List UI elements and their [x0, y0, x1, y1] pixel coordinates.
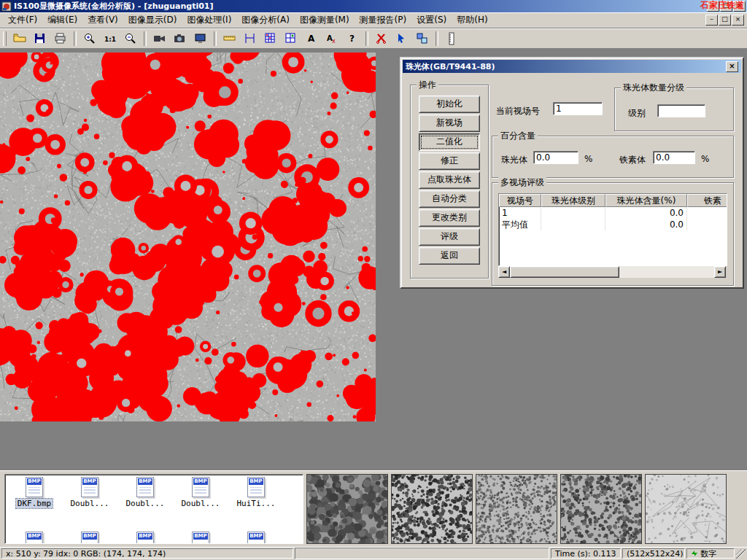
- file-name: Doubl...: [69, 499, 111, 508]
- menu-view[interactable]: 查看(V): [82, 12, 123, 28]
- initialize-button[interactable]: 初始化: [419, 96, 480, 113]
- menu-image-measure[interactable]: 图像测量(M): [295, 12, 355, 28]
- open-icon[interactable]: [10, 30, 29, 48]
- file-item-partial[interactable]: BMP: [62, 532, 117, 544]
- cell-field: 平均值: [499, 219, 541, 230]
- dialog-close-icon[interactable]: ×: [726, 61, 738, 72]
- thumbnail-image[interactable]: [476, 474, 557, 544]
- bmp-file-icon: BMP: [136, 532, 154, 544]
- video-camera-icon[interactable]: [150, 30, 169, 48]
- file-item[interactable]: BMP Doubl...: [173, 477, 228, 508]
- cell-field: 1: [499, 207, 541, 219]
- multifield-table[interactable]: 视场号 珠光体级别 珠光体含量(%) 铁素 1 0.0 平均值: [498, 193, 727, 266]
- bmp-icon-label: BMP: [27, 478, 42, 485]
- dialog-title-bar[interactable]: 珠光体(GB/T9441-88) ×: [403, 60, 741, 73]
- binarize-button[interactable]: 二值化: [419, 133, 480, 151]
- thumbnail-image[interactable]: [306, 474, 388, 544]
- menu-image-analysis[interactable]: 图像分析(A): [236, 12, 295, 28]
- table-horizontal-scrollbar[interactable]: ◄ ►: [498, 266, 726, 278]
- text-ax-icon[interactable]: Ax: [322, 30, 341, 48]
- file-item-partial[interactable]: BMP: [117, 532, 173, 544]
- menu-edit[interactable]: 编辑(E): [42, 12, 82, 28]
- menu-image-display[interactable]: 图像显示(D): [123, 12, 182, 28]
- multifield-group-label: 多视场评级: [498, 177, 546, 187]
- menu-file[interactable]: 文件(F): [3, 12, 42, 28]
- cell-content: 0.0: [605, 207, 687, 219]
- cell-content: 0.0: [605, 219, 687, 230]
- scroll-left-icon[interactable]: ◄: [498, 266, 510, 278]
- cell-ferrite: [687, 207, 727, 219]
- bmp-file-icon: BMP: [26, 532, 43, 544]
- menu-bar: 文件(F) 编辑(E) 查看(V) 图像显示(D) 图像处理(I) 图像分析(A…: [0, 12, 747, 28]
- thumbnail-image[interactable]: [560, 474, 642, 544]
- image-size-status: (512x512x24): [622, 548, 685, 559]
- percentage-group-label: 百分含量: [498, 131, 538, 141]
- camera-icon[interactable]: [171, 30, 190, 48]
- file-item-partial[interactable]: BMP: [173, 532, 228, 544]
- maximize-button[interactable]: □: [720, 1, 732, 12]
- header-content: 珠光体含量(%): [605, 194, 687, 207]
- application-window: IS100显微摄像系统(金相分析版) - [zhuguangti01] – □ …: [0, 0, 747, 560]
- auto-classify-button[interactable]: 自动分类: [419, 190, 480, 208]
- bmp-icon-label: BMP: [138, 533, 152, 540]
- file-item-partial[interactable]: BMP: [228, 532, 284, 544]
- zoom-in-icon[interactable]: [80, 30, 99, 48]
- rate-button[interactable]: 评级: [419, 228, 480, 246]
- table-row[interactable]: 1 0.0: [499, 207, 727, 219]
- thumbnail-image[interactable]: [391, 474, 473, 544]
- level-input[interactable]: [657, 104, 705, 117]
- resize-grip[interactable]: [736, 549, 746, 559]
- grid-count-icon[interactable]: [261, 30, 280, 48]
- scrollbar-thumb[interactable]: [510, 266, 619, 278]
- text-a-icon[interactable]: A: [302, 30, 321, 48]
- file-item[interactable]: BMP HuiTi...: [228, 477, 284, 508]
- current-field-input[interactable]: [553, 102, 603, 115]
- menu-image-process[interactable]: 图像处理(I): [182, 12, 236, 28]
- minimize-button[interactable]: –: [707, 1, 719, 12]
- scissors-icon[interactable]: [372, 30, 391, 48]
- menu-settings[interactable]: 设置(S): [411, 12, 452, 28]
- save-icon[interactable]: [31, 30, 50, 48]
- toolbar-grip[interactable]: [3, 31, 7, 46]
- grid-mark-icon[interactable]: [282, 30, 301, 48]
- region-select-icon[interactable]: [413, 30, 432, 48]
- header-field: 视场号: [499, 194, 541, 207]
- file-item[interactable]: BMP Doubl...: [117, 477, 173, 508]
- pearlite-value-input[interactable]: [533, 151, 578, 164]
- correct-button[interactable]: 修正: [419, 152, 480, 170]
- mdi-child-controls: – □ ×: [705, 15, 744, 26]
- scroll-right-icon[interactable]: ►: [714, 266, 726, 278]
- return-button[interactable]: 返回: [419, 247, 480, 265]
- pick-pearlite-button[interactable]: 点取珠光体: [419, 171, 480, 189]
- file-item[interactable]: BMP DKF.bmp: [7, 477, 62, 508]
- scrollbar-track[interactable]: [619, 266, 714, 278]
- actual-size-icon[interactable]: 1:1: [101, 30, 120, 48]
- bmp-icon-label: BMP: [82, 478, 97, 485]
- table-row[interactable]: 平均值 0.0: [499, 219, 727, 230]
- thumbnail-image[interactable]: [645, 474, 727, 544]
- zoom-out-icon[interactable]: [121, 30, 140, 48]
- menu-report[interactable]: 测量报告(P): [355, 12, 412, 28]
- close-button[interactable]: ×: [733, 1, 746, 12]
- caliper-icon[interactable]: [241, 30, 260, 48]
- menu-help[interactable]: 帮助(H): [452, 12, 492, 28]
- ruler-icon[interactable]: [220, 30, 239, 48]
- capture-icon[interactable]: [191, 30, 210, 48]
- metallograph-image[interactable]: [0, 52, 376, 421]
- file-item-partial[interactable]: BMP: [7, 532, 62, 544]
- help-icon[interactable]: ?: [343, 30, 362, 48]
- file-list[interactable]: BMP DKF.bmp BMP Doubl... BMP Doubl... BM…: [4, 474, 303, 544]
- ferrite-value-input[interactable]: [653, 151, 695, 164]
- bmp-file-icon: BMP: [136, 477, 154, 497]
- file-item[interactable]: BMP Doubl...: [62, 477, 117, 508]
- child-minimize-button[interactable]: –: [705, 15, 718, 26]
- child-close-button[interactable]: ×: [732, 15, 744, 26]
- file-name: HuiTi...: [236, 499, 277, 508]
- new-field-button[interactable]: 新视场: [419, 114, 480, 132]
- mode-status: 数字: [686, 548, 735, 559]
- child-restore-button[interactable]: □: [719, 15, 731, 26]
- vertical-ruler-icon[interactable]: [442, 30, 461, 48]
- change-class-button[interactable]: 更改类别: [419, 209, 480, 227]
- print-icon[interactable]: [51, 30, 70, 48]
- pointer-icon[interactable]: [392, 30, 411, 48]
